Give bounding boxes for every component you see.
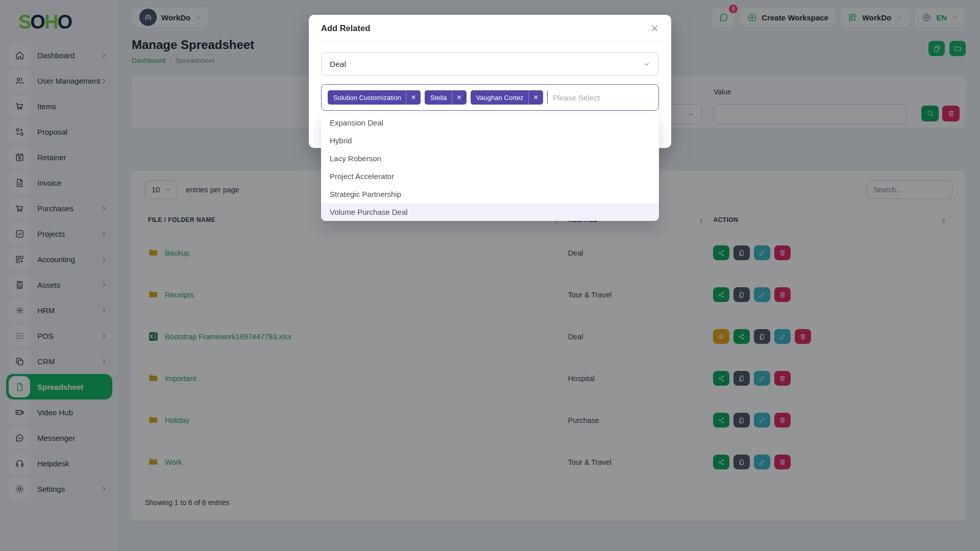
selected-tag: Solution Customization✕: [328, 90, 421, 105]
dropdown-option-hybrid[interactable]: Hybrid: [321, 132, 659, 149]
dropdown-option-lacy-roberson[interactable]: Lacy Roberson: [321, 149, 659, 167]
modal-title: Add Related: [321, 23, 370, 33]
close-icon: [650, 24, 659, 33]
add-related-modal: Add Related Deal Solution Customization✕…: [309, 15, 671, 148]
remove-tag-icon[interactable]: ✕: [452, 90, 467, 105]
related-multiselect-input[interactable]: Solution Customization✕Stella✕Vaughan Co…: [321, 84, 659, 111]
dropdown-option-expansion-deal[interactable]: Expansion Deal: [321, 114, 659, 132]
dropdown-option-strategic-partnership[interactable]: Strategic Partnership: [321, 185, 659, 203]
remove-tag-icon[interactable]: ✕: [528, 90, 543, 105]
related-options-dropdown: Expansion DealHybridLacy RobersonProject…: [321, 114, 659, 221]
multiselect-placeholder: Please Select: [553, 93, 600, 102]
text-caret: [547, 91, 548, 104]
dropdown-option-project-accelerator[interactable]: Project Accelerator: [321, 167, 659, 185]
selected-tag: Vaughan Cortez✕: [471, 90, 543, 105]
modal-close-button[interactable]: [650, 24, 659, 33]
related-type-select[interactable]: Deal: [321, 53, 659, 76]
remove-tag-icon[interactable]: ✕: [406, 90, 421, 105]
dropdown-option-volume-purchase-deal[interactable]: Volume Purchase Deal: [321, 203, 659, 221]
selected-tag: Stella✕: [425, 90, 467, 105]
chevron-down-icon: [643, 61, 650, 68]
